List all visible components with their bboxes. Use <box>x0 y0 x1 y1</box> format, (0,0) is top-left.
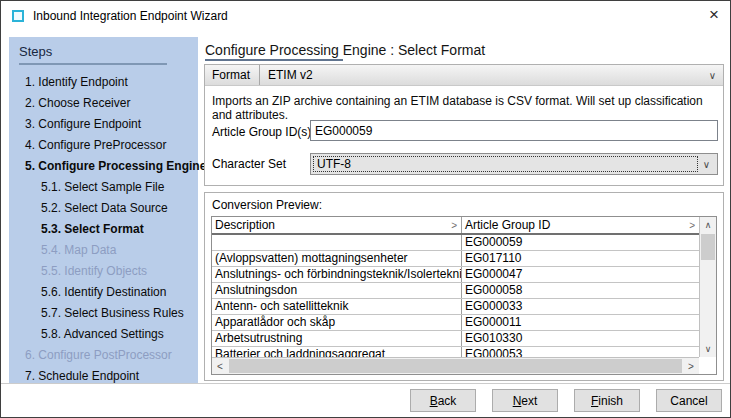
page-title: Configure Processing Engine : Select For… <box>205 42 485 58</box>
button-mnemonic: B <box>430 394 438 408</box>
button-label: ext <box>521 394 537 408</box>
cell-description: Arbetsutrustning <box>212 331 462 346</box>
app-icon <box>12 10 24 22</box>
button-mnemonic: N <box>513 394 522 408</box>
table-row[interactable]: Antenn- och satellitteknik EG000033 <box>212 299 699 315</box>
footer-button-bar: Back Next Finish Cancel <box>1 384 730 417</box>
sidebar-item-select-format[interactable]: 5.3. Select Format <box>19 219 198 240</box>
cell-article-group-id: EG000058 <box>462 283 699 298</box>
column-header-label: Article Group ID <box>465 218 550 232</box>
format-value: ETIM v2 <box>260 68 709 82</box>
sidebar-item-configure-processing-engine[interactable]: 5. Configure Processing Engine <box>19 156 198 177</box>
table-row[interactable]: Arbetsutrustning EG010330 <box>212 331 699 347</box>
button-label: Cancel <box>670 394 707 408</box>
finish-button[interactable]: Finish <box>574 389 640 412</box>
charset-label: Character Set <box>212 157 286 171</box>
scroll-left-icon[interactable]: < <box>212 358 228 374</box>
column-header-label: Description <box>215 218 275 232</box>
article-group-label: Article Group ID(s) <box>212 125 311 139</box>
table-row[interactable]: Anslutningsdon EG000058 <box>212 283 699 299</box>
sidebar-item-identify-objects: 5.5. Identify Objects <box>19 261 198 282</box>
scroll-up-icon[interactable]: ∧ <box>700 217 716 233</box>
sidebar-item-map-data: 5.4. Map Data <box>19 240 198 261</box>
cancel-button[interactable]: Cancel <box>656 389 722 412</box>
sidebar-item-configure-preprocessor[interactable]: 4. Configure PreProcessor <box>19 135 198 156</box>
format-description: Imports an ZIP archive containing an ETI… <box>212 94 716 122</box>
table-row[interactable]: Apparatlådor och skåp EG000011 <box>212 315 699 331</box>
format-label: Format <box>205 68 259 82</box>
column-chevron-icon: > <box>451 220 457 231</box>
table-row[interactable]: (Avloppsvatten) mottagningsenheter EG017… <box>212 251 699 267</box>
format-dropdown[interactable]: Format ETIM v2 ∨ <box>205 65 723 86</box>
cell-article-group-id: EG010330 <box>462 331 699 346</box>
column-header-article-group-id[interactable]: Article Group ID > <box>462 217 699 233</box>
steps-header: Steps <box>19 44 198 59</box>
vertical-scrollbar[interactable]: ∧ ∨ <box>699 217 716 357</box>
preview-groupbox: Conversion Preview: Description > Articl… <box>204 192 724 381</box>
cell-article-group-id: EG000059 <box>462 235 699 250</box>
window-title: Inbound Integration Endpoint Wizard <box>33 9 228 23</box>
close-icon[interactable]: × <box>709 6 719 24</box>
chevron-down-icon: ∨ <box>709 70 723 81</box>
title-bar: Inbound Integration Endpoint Wizard × <box>1 1 730 31</box>
button-label: ack <box>438 394 457 408</box>
steps-sidebar: Steps 1. Identify Endpoint 2. Choose Rec… <box>9 37 198 386</box>
preview-table: Description > Article Group ID > EG00005… <box>211 216 717 375</box>
column-chevron-icon: > <box>689 220 695 231</box>
steps-underline <box>19 63 167 65</box>
button-label: inish <box>598 394 623 408</box>
button-mnemonic: F <box>591 394 598 408</box>
table-header-row: Description > Article Group ID > <box>212 217 699 235</box>
sidebar-item-advanced-settings[interactable]: 5.8. Advanced Settings <box>19 324 198 345</box>
sidebar-item-configure-postprocessor: 6. Configure PostProcessor <box>19 345 198 366</box>
cell-description: Apparatlådor och skåp <box>212 315 462 330</box>
vertical-scrollbar-thumb[interactable] <box>701 234 715 260</box>
cell-description: (Avloppsvatten) mottagningsenheter <box>212 251 462 266</box>
scroll-right-icon[interactable]: > <box>683 358 699 374</box>
sidebar-item-choose-receiver[interactable]: 2. Choose Receiver <box>19 93 198 114</box>
sidebar-item-select-data-source[interactable]: 5.2. Select Data Source <box>19 198 198 219</box>
wizard-dialog: Inbound Integration Endpoint Wizard × St… <box>0 0 731 418</box>
sidebar-item-configure-endpoint[interactable]: 3. Configure Endpoint <box>19 114 198 135</box>
cell-article-group-id: EG000047 <box>462 267 699 282</box>
sidebar-item-identify-destination[interactable]: 5.6. Identify Destination <box>19 282 198 303</box>
chevron-down-icon: ∨ <box>703 159 717 170</box>
scrollbar-corner <box>699 357 716 374</box>
charset-focus-rect <box>313 156 698 172</box>
column-header-description[interactable]: Description > <box>212 217 462 233</box>
table-body: EG000059 (Avloppsvatten) mottagningsenhe… <box>212 235 699 363</box>
horizontal-scrollbar-thumb[interactable] <box>229 359 682 373</box>
table-row[interactable]: Anslutnings- och förbindningsteknik/Isol… <box>212 267 699 283</box>
sidebar-item-select-sample-file[interactable]: 5.1. Select Sample File <box>19 177 198 198</box>
cell-description <box>212 235 462 250</box>
article-group-input[interactable] <box>310 120 718 141</box>
next-button[interactable]: Next <box>492 389 558 412</box>
cell-article-group-id: EG000011 <box>462 315 699 330</box>
cell-description: Antenn- och satellitteknik <box>212 299 462 314</box>
table-row[interactable]: EG000059 <box>212 235 699 251</box>
sidebar-item-identify-endpoint[interactable]: 1. Identify Endpoint <box>19 72 198 93</box>
horizontal-scrollbar[interactable]: < > <box>212 357 699 374</box>
back-button[interactable]: Back <box>410 389 476 412</box>
charset-dropdown[interactable]: UTF-8 ∨ <box>310 153 718 175</box>
format-groupbox: Format ETIM v2 ∨ Imports an ZIP archive … <box>204 64 724 186</box>
cell-description: Anslutnings- och förbindningsteknik/Isol… <box>212 267 462 282</box>
preview-label: Conversion Preview: <box>212 198 322 212</box>
cell-article-group-id: EG017110 <box>462 251 699 266</box>
cell-description: Anslutningsdon <box>212 283 462 298</box>
sidebar-item-select-business-rules[interactable]: 5.7. Select Business Rules <box>19 303 198 324</box>
cell-article-group-id: EG000033 <box>462 299 699 314</box>
scroll-down-icon[interactable]: ∨ <box>700 341 716 357</box>
page-title-underline <box>205 59 343 61</box>
